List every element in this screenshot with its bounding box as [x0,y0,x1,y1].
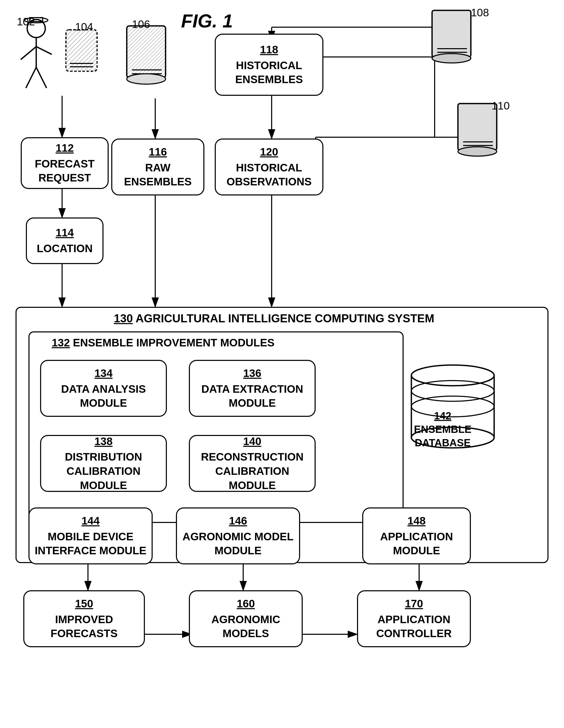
svg-rect-46 [458,104,497,150]
historical-ensembles-box: 118 HISTORICALENSEMBLES [215,34,323,96]
ref-120: 120 [260,145,278,159]
agronomic-model-module-box: 146 AGRONOMIC MODELMODULE [176,507,300,564]
application-controller-box: 170 APPLICATIONCONTROLLER [357,590,471,647]
ref-106: 106 [132,18,150,31]
mobile-device-interface-box: 144 MOBILE DEVICEINTERFACE MODULE [28,507,153,564]
svg-line-28 [26,67,36,88]
ref-102: 102 [17,16,35,28]
agricultural-system-label: 130 AGRICULTURAL INTELLIGENCE COMPUTING … [114,312,434,325]
location-label: LOCATION [37,242,93,256]
application-controller-label: APPLICATIONCONTROLLER [376,613,452,641]
ref-150: 150 [75,597,93,611]
server-106 [122,21,173,94]
data-extraction-label: DATA EXTRACTIONMODULE [201,382,303,410]
svg-point-43 [432,54,471,63]
ref-112: 112 [56,141,74,155]
ref-136: 136 [243,366,261,381]
ref-160: 160 [237,597,255,611]
svg-point-47 [458,147,497,156]
figure-title: FIG. 1 [181,10,233,32]
ref-110: 110 [492,100,510,112]
raw-ensembles-box: 116 RAWENSEMBLES [111,139,205,195]
ref-146: 146 [229,514,247,528]
ref-104: 104 [75,21,93,33]
agronomic-model-module-label: AGRONOMIC MODELMODULE [183,530,293,558]
ref-114: 114 [56,226,74,240]
agronomic-models-box: 160 AGRONOMICMODELS [189,590,303,647]
mobile-device-label: MOBILE DEVICEINTERFACE MODULE [35,530,147,558]
ref-134: 134 [94,366,113,381]
raw-ensembles-label: RAWENSEMBLES [124,161,192,189]
ref-140: 140 [243,434,261,449]
distribution-calibration-label: DISTRIBUTIONCALIBRATION MODULE [45,450,162,492]
forecast-request-label: FORECASTREQUEST [35,157,95,185]
reconstruction-calibration-box: 140 RECONSTRUCTIONCALIBRATION MODULE [189,435,315,492]
svg-line-26 [21,47,36,60]
application-module-box: 148 APPLICATION MODULE [362,507,471,564]
svg-line-29 [36,67,47,88]
ref-118: 118 [260,43,278,57]
improved-forecasts-label: IMPROVEDFORECASTS [50,613,118,641]
ref-144: 144 [82,514,100,528]
svg-rect-42 [432,10,471,57]
ref-108: 108 [471,6,489,19]
forecast-request-box: 112 FORECASTREQUEST [21,137,109,189]
ref-170: 170 [405,597,423,611]
historical-observations-box: 120 HISTORICALOBSERVATIONS [215,139,323,195]
ref-138: 138 [94,434,113,449]
historical-observations-label: HISTORICALOBSERVATIONS [227,161,311,189]
ref-116: 116 [149,145,167,159]
data-analysis-box: 134 DATA ANALYSISMODULE [40,360,167,417]
historical-ensembles-label: HISTORICALENSEMBLES [235,59,303,87]
agronomic-models-label: AGRONOMICMODELS [211,613,280,641]
mobile-device-104 [65,28,98,74]
location-box: 114 LOCATION [26,217,104,264]
application-module-label: APPLICATION MODULE [367,530,466,558]
improved-forecasts-box: 150 IMPROVEDFORECASTS [23,590,145,647]
svg-point-39 [127,74,166,84]
svg-line-27 [36,47,52,54]
distribution-calibration-box: 138 DISTRIBUTIONCALIBRATION MODULE [40,435,167,492]
svg-point-51 [411,365,494,386]
data-extraction-box: 136 DATA EXTRACTIONMODULE [189,360,315,417]
ref-148: 148 [407,514,426,528]
data-analysis-label: DATA ANALYSISMODULE [61,382,146,410]
reconstruction-calibration-label: RECONSTRUCTIONCALIBRATION MODULE [194,450,311,492]
svg-rect-33 [66,30,97,71]
ensemble-improvement-label: 132 ENSEMBLE IMPROVEMENT MODULES [52,337,275,349]
diagram: FIG. 1 102 [0,0,564,728]
ensemble-database: 142 ENSEMBLEDATABASE [406,360,499,459]
